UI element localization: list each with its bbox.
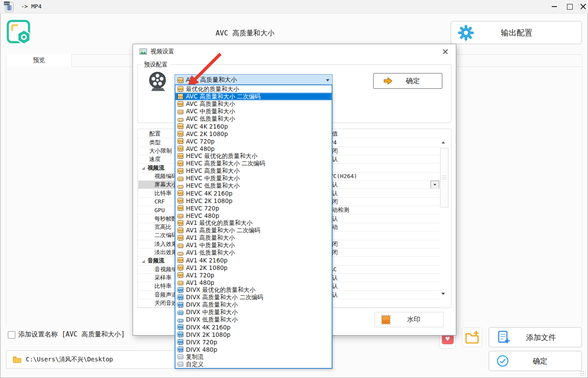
setting-name: 比特率 xyxy=(154,282,172,290)
add-folder-button[interactable] xyxy=(462,327,482,347)
preset-option[interactable]: AV1 低质量和大小 xyxy=(175,249,332,256)
chevron-down-icon xyxy=(326,79,329,81)
preset-option[interactable]: AV1 高质量和大小 xyxy=(175,234,332,242)
preset-option-label: HEVC 480p xyxy=(186,212,219,219)
output-config-label: 输出配置 xyxy=(474,28,560,38)
preset-option[interactable]: HEVC 2K 1080p xyxy=(175,197,332,204)
preset-option[interactable]: AVC 2K 1080p xyxy=(175,130,332,137)
preset-option[interactable]: AV1 最优化的质量和大小 xyxy=(175,219,332,227)
setting-name: 视频编码 xyxy=(154,172,177,180)
film-blue-icon xyxy=(178,346,183,352)
preset-option-label: AVC 中质量和大小 xyxy=(186,108,235,116)
preset-option[interactable]: HEVC 最优化的质量和大小 xyxy=(175,152,332,160)
preset-option-label: DIVX 4K 2160p xyxy=(186,324,231,331)
preset-option-label: AVC 低质量和大小 xyxy=(186,115,235,123)
preset-option[interactable]: HEVC 480p xyxy=(175,212,332,219)
preset-option[interactable]: HEVC 高质量和大小 xyxy=(175,167,332,175)
tab-preview[interactable]: 预览 xyxy=(6,54,72,66)
preset-option-label: AV1 低质量和大小 xyxy=(186,249,235,257)
preset-option[interactable]: DIVX 高质量和大小 xyxy=(175,301,332,308)
preset-option[interactable]: DIVX 480p xyxy=(175,346,332,353)
resize-grip[interactable] xyxy=(580,371,585,376)
preset-option[interactable]: AVC 720p xyxy=(175,137,332,145)
setting-name: 比特率 xyxy=(154,189,172,197)
tab-preview-label: 预览 xyxy=(33,56,45,64)
preset-option[interactable]: AV1 4K 2160p xyxy=(175,256,332,264)
preset-option[interactable]: 复制流 xyxy=(175,353,332,360)
preset-option-label: HEVC 720p xyxy=(186,205,219,212)
maximize-button[interactable] xyxy=(563,1,576,12)
watermark-button[interactable]: 水印 xyxy=(374,312,444,327)
dialog-close-button[interactable] xyxy=(443,48,449,54)
setting-name: GPU xyxy=(154,207,164,214)
preset-option[interactable]: HEVC 720p xyxy=(175,204,332,212)
preset-option[interactable]: AV1 高质量和大小 二次编码 xyxy=(175,227,332,234)
preset-option[interactable]: AV1 2K 1080p xyxy=(175,264,332,271)
ok-button-dialog[interactable]: 确定 xyxy=(373,73,442,89)
preset-option-label: HEVC 4K 2160p xyxy=(186,190,232,197)
preset-option[interactable]: DIVX 720p xyxy=(175,338,332,346)
film-orange-icon xyxy=(178,228,183,233)
preset-option[interactable]: AV1 480p xyxy=(175,279,332,286)
output-config-button[interactable]: 输出配置 xyxy=(451,21,582,44)
preset-option[interactable]: AV1 中质量和大小 xyxy=(175,242,332,249)
setting-name: 类型 xyxy=(149,139,161,147)
preset-option-label: AVC 720p xyxy=(186,138,215,145)
preset-option-label: HEVC 高质量和大小 二次编码 xyxy=(186,160,265,168)
add-name-checkbox[interactable] xyxy=(8,331,15,339)
scrollbar-thumb[interactable] xyxy=(440,148,448,207)
preset-option[interactable]: AVC 低质量和大小 xyxy=(175,115,332,122)
film-orange-icon xyxy=(178,198,183,203)
preset-option[interactable]: AVC 高质量和大小 xyxy=(175,100,332,108)
preset-option[interactable]: AVC 4K 2160p xyxy=(175,122,332,130)
preset-option[interactable]: DIVX 中质量和大小 xyxy=(175,308,332,316)
preset-option-label: HEVC 中质量和大小 xyxy=(186,175,240,182)
setting-name: 宽高比 xyxy=(154,223,172,231)
app-window: MP4 -> MP4 AVC 高质量和大小 xyxy=(0,0,588,378)
film-blue-icon xyxy=(178,332,183,337)
preset-option-label: HEVC 2K 1080p xyxy=(186,197,232,204)
preset-option[interactable]: HEVC 中质量和大小 xyxy=(175,175,332,182)
close-button[interactable] xyxy=(577,1,588,12)
dialog-image-icon xyxy=(140,48,147,55)
preset-option[interactable]: DIVX 2K 1080p xyxy=(175,331,332,338)
preset-option[interactable]: 最优化的质量和大小 xyxy=(175,85,332,93)
preset-option[interactable]: HEVC 低质量和大小 xyxy=(175,182,332,189)
preset-option-label: HEVC 最优化的质量和大小 xyxy=(186,152,257,160)
scroll-down-icon[interactable] xyxy=(441,293,445,295)
preset-option[interactable]: AVC 高质量和大小 二次编码 xyxy=(175,93,332,100)
preset-option-label: AV1 最优化的质量和大小 xyxy=(186,219,252,227)
preset-option[interactable]: DIVX 最优化的质量和大小 xyxy=(175,286,332,294)
film-blue-icon xyxy=(178,339,183,345)
film-orange-mid-icon xyxy=(178,110,183,114)
preset-option-label: AV1 720p xyxy=(186,272,214,279)
film-orange-icon xyxy=(178,146,183,151)
add-files-button[interactable]: 添加文件 xyxy=(489,327,582,347)
preset-option[interactable]: AVC 中质量和大小 xyxy=(175,108,332,115)
preset-option[interactable]: DIVX 4K 2160p xyxy=(175,323,332,331)
preset-option-label: HEVC 低质量和大小 xyxy=(186,182,240,190)
collapse-triangle-icon[interactable] xyxy=(142,167,145,170)
film-orange-icon xyxy=(178,161,183,166)
preset-option[interactable]: DIVX 低质量和大小 xyxy=(175,316,332,323)
scroll-up-icon[interactable] xyxy=(441,141,445,144)
film-reel-icon xyxy=(147,70,168,92)
setting-name: 采样率 xyxy=(154,274,172,282)
preset-option[interactable]: AV1 720p xyxy=(175,271,332,279)
film-orange-icon xyxy=(178,220,183,226)
setting-name: 音频声道 xyxy=(154,291,177,299)
preset-option[interactable]: DIVX 高质量和大小 二次编码 xyxy=(175,294,332,301)
preview-panel-right-border xyxy=(582,54,582,326)
film-orange-icon xyxy=(178,272,183,278)
preset-option[interactable]: HEVC 高质量和大小 二次编码 xyxy=(175,160,332,167)
orange-arrow-icon xyxy=(383,77,393,85)
minimize-button[interactable] xyxy=(548,1,561,12)
film-orange-icon xyxy=(178,138,183,144)
collapse-triangle-icon[interactable] xyxy=(142,260,145,263)
ok-button-main[interactable]: 确定 xyxy=(489,351,582,371)
preset-option[interactable]: AVC 480p xyxy=(175,145,332,152)
preset-option[interactable]: HEVC 4K 2160p xyxy=(175,189,332,197)
setting-name: 每秒帧数 xyxy=(154,215,177,223)
preset-option-label: DIVX 高质量和大小 二次编码 xyxy=(186,294,263,301)
preset-option[interactable]: 自定义 xyxy=(175,360,332,368)
